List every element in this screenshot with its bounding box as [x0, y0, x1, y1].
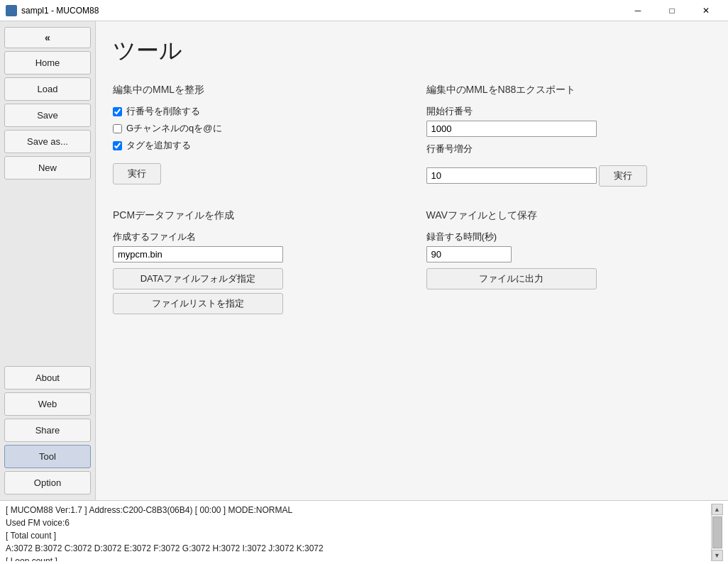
minimize-button[interactable]: ─	[622, 0, 654, 21]
checkbox3-label: タグを追加する	[126, 139, 191, 152]
sidebar-item-save-as[interactable]: Save as...	[4, 130, 91, 153]
wav-section: WAVファイルとして保存 録音する時間(秒) ファイルに出力	[426, 209, 712, 318]
record-time-input[interactable]	[426, 246, 512, 262]
pcm-filename-label: 作成するファイル名	[113, 231, 398, 243]
pcm-grid: PCMデータファイルを作成 作成するファイル名 DATAファイルフォルダ指定 フ…	[113, 209, 711, 318]
checkbox-g-channel[interactable]	[113, 124, 122, 133]
checkbox1-label: 行番号を削除する	[126, 105, 200, 118]
sidebar-item-save[interactable]: Save	[4, 104, 91, 127]
sidebar-item-web[interactable]: Web	[4, 392, 91, 416]
maximize-button[interactable]: □	[656, 0, 688, 21]
sidebar: « Home Load Save Save as... New About We…	[0, 21, 96, 500]
close-button[interactable]: ✕	[690, 0, 722, 21]
data-folder-button[interactable]: DATAファイルフォルダ指定	[113, 268, 283, 289]
sidebar-item-about[interactable]: About	[4, 366, 91, 389]
pcm-filename-input[interactable]	[113, 246, 283, 262]
window-controls: ─ □ ✕	[622, 0, 722, 21]
titlebar-title: sampl1 - MUCOM88	[21, 6, 622, 16]
status-line-2: Used FM voice:6	[6, 516, 711, 529]
status-line-5: [ Loop count ]	[6, 555, 711, 561]
statusbar-text: [ MUCOM88 Ver:1.7 ] Address:C200-C8B3(06…	[6, 504, 711, 561]
checkbox2-label: Gチャンネルのqを@に	[126, 122, 222, 135]
statusbar: [ MUCOM88 Ver:1.7 ] Address:C200-C8B3(06…	[0, 500, 728, 564]
checkbox-row-1[interactable]: 行番号を削除する	[113, 105, 398, 118]
main-panel: ツール 編集中のMMLを整形 行番号を削除する Gチャンネルのqを@に	[96, 21, 728, 500]
page-title: ツール	[113, 35, 711, 67]
sidebar-spacer	[4, 182, 91, 363]
output-file-button[interactable]: ファイルに出力	[426, 268, 597, 289]
status-line-4: A:3072 B:3072 C:3072 D:3072 E:3072 F:307…	[6, 542, 711, 555]
checkbox-row-3[interactable]: タグを追加する	[113, 139, 398, 152]
line-increment-input[interactable]	[426, 167, 597, 184]
status-line-1: [ MUCOM88 Ver:1.7 ] Address:C200-C8B3(06…	[6, 504, 711, 516]
wav-title: WAVファイルとして保存	[426, 209, 712, 222]
status-line-3: [ Total count ]	[6, 529, 711, 542]
start-line-input[interactable]	[426, 121, 597, 137]
start-line-label: 開始行番号	[426, 105, 712, 118]
statusbar-scrollbar: ▲ ▼	[711, 504, 722, 561]
app-icon	[6, 5, 17, 16]
titlebar: sampl1 - MUCOM88 ─ □ ✕	[0, 0, 728, 21]
sidebar-collapse-button[interactable]: «	[4, 27, 91, 48]
mml-format-title: 編集中のMMLを整形	[113, 84, 398, 96]
sidebar-item-home[interactable]: Home	[4, 51, 91, 74]
app-body: « Home Load Save Save as... New About We…	[0, 21, 728, 564]
n88-export-title: 編集中のMMLをN88エクスポート	[426, 84, 712, 96]
content-area: « Home Load Save Save as... New About We…	[0, 21, 728, 500]
execute-button-1[interactable]: 実行	[113, 163, 161, 184]
checkbox-add-tag[interactable]	[113, 141, 122, 150]
pcm-wav-sections: PCMデータファイルを作成 作成するファイル名 DATAファイルフォルダ指定 フ…	[113, 209, 711, 318]
mml-format-section: 編集中のMMLを整形 行番号を削除する Gチャンネルのqを@に タグを追加する …	[113, 84, 398, 189]
sidebar-item-share[interactable]: Share	[4, 419, 91, 442]
scroll-down-arrow[interactable]: ▼	[712, 550, 723, 561]
scroll-thumb[interactable]	[712, 516, 722, 548]
sidebar-item-tool[interactable]: Tool	[4, 445, 91, 468]
file-list-button[interactable]: ファイルリストを指定	[113, 293, 283, 314]
pcm-title: PCMデータファイルを作成	[113, 209, 398, 222]
record-time-label: 録音する時間(秒)	[426, 231, 712, 243]
checkbox-row-2[interactable]: Gチャンネルのqを@に	[113, 122, 398, 135]
scroll-up-arrow[interactable]: ▲	[712, 504, 723, 515]
pcm-section: PCMデータファイルを作成 作成するファイル名 DATAファイルフォルダ指定 フ…	[113, 209, 398, 318]
sidebar-item-option[interactable]: Option	[4, 471, 91, 494]
line-increment-label: 行番号増分	[426, 143, 712, 155]
sidebar-item-load[interactable]: Load	[4, 77, 91, 101]
execute-button-2[interactable]: 実行	[599, 165, 647, 187]
sidebar-item-new[interactable]: New	[4, 156, 91, 179]
n88-export-section: 編集中のMMLをN88エクスポート 開始行番号 行番号増分 実行	[426, 84, 712, 189]
checkbox-line-number[interactable]	[113, 107, 122, 116]
top-sections: 編集中のMMLを整形 行番号を削除する Gチャンネルのqを@に タグを追加する …	[113, 84, 711, 189]
